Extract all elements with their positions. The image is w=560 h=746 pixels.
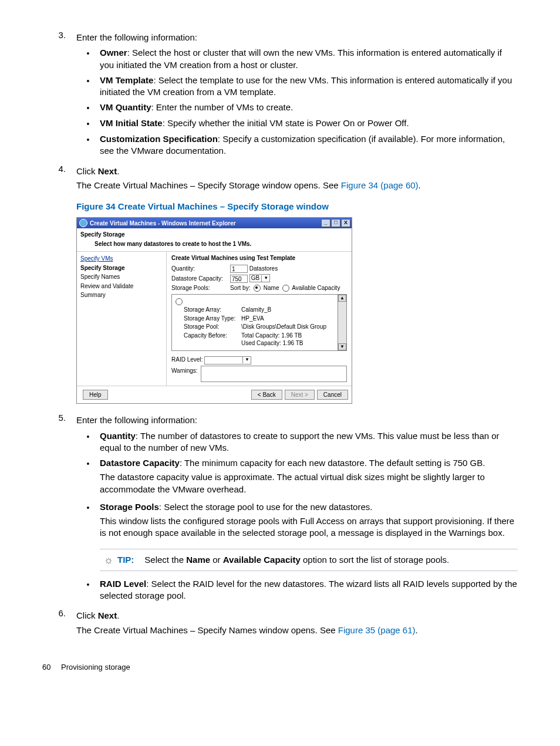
tip-box: ☼ TIP: Select the Name or Available Capa… [100, 549, 518, 571]
minimize-button[interactable]: _ [321, 219, 330, 227]
bullet-raid-level: •RAID Level: Select the RAID level for t… [76, 578, 518, 602]
storage-pool-value: \Disk Groups\Default Disk Group [241, 323, 334, 331]
page-heading: Specify Storage [77, 228, 352, 240]
page-number: 60 [42, 662, 61, 673]
window-title: Create Virtual Machines - Windows Intern… [90, 220, 321, 228]
sort-capacity-radio[interactable] [282, 285, 289, 292]
step-lead: Enter the following information: [76, 32, 518, 43]
bullet-vm-quantity: •VM Quantity: Enter the number of VMs to… [76, 102, 518, 114]
bullet-para2: This window lists the configured storage… [100, 515, 518, 539]
bullet-owner: •Owner: Select the host or cluster that … [76, 47, 518, 71]
bullet-term: VM Template [100, 75, 153, 85]
raid-level-label: RAID Level: [171, 356, 204, 364]
scroll-down-icon[interactable]: ▼ [338, 343, 346, 350]
close-button[interactable]: X [341, 219, 350, 227]
bullet-icon: • [76, 117, 100, 130]
step-number: 4. [42, 163, 76, 410]
bullet-term: Customization Specification [100, 134, 218, 144]
ie-icon [79, 219, 87, 227]
result-text: The Create Virtual Machines – Specify St… [76, 180, 518, 191]
bullet-text: : Select the host or cluster that will o… [100, 48, 502, 69]
capacity-unit-select[interactable]: GB▼ [249, 274, 270, 282]
step-3: 3. Enter the following information: •Own… [42, 29, 518, 161]
help-button[interactable]: Help [83, 390, 108, 400]
bullet-term: RAID Level [100, 579, 146, 589]
sort-name-radio[interactable] [254, 285, 261, 292]
bullet-term: Quantity [100, 431, 136, 441]
bullet-text: : Select the RAID level for the new data… [100, 579, 517, 600]
warnings-label: Warnings: [171, 366, 201, 382]
bullet-icon: • [76, 47, 100, 71]
capacity-label: Datastore Capacity: [171, 275, 230, 283]
step-number: 6. [42, 607, 76, 639]
storage-array-type-value: HP_EVA [241, 315, 334, 323]
figure-link[interactable]: Figure 34 (page 60) [341, 180, 419, 190]
bullet-icon: • [76, 102, 100, 114]
figure-caption: Figure 34 Create Virtual Machines – Spec… [76, 201, 518, 212]
bullet-term: VM Quantity [100, 102, 151, 112]
step-list: 3. Enter the following information: •Own… [42, 29, 518, 639]
step-5: 5. Enter the following information: •Qua… [42, 412, 518, 605]
bullet-datastore-capacity: • Datastore Capacity: The minimum capaci… [76, 457, 518, 498]
form-panel: Create Virtual Machines using Test Templ… [167, 252, 352, 385]
click-next: Click Next. [76, 610, 518, 622]
step3-bullets: •Owner: Select the host or cluster that … [76, 47, 518, 157]
titlebar: Create Virtual Machines - Windows Intern… [77, 218, 352, 228]
step-4: 4. Click Next. The Create Virtual Machin… [42, 163, 518, 410]
tip-text: Select the Name or Available Capacity op… [144, 554, 449, 566]
bullet-icon: • [76, 501, 100, 542]
figure-link[interactable]: Figure 35 (page 61) [338, 625, 416, 635]
quantity-unit: Datastores [249, 265, 278, 272]
bullet-term: Owner [100, 48, 127, 58]
scroll-up-icon[interactable]: ▲ [338, 295, 346, 302]
tip-icon: ☼ [100, 553, 117, 567]
bullet-icon: • [76, 430, 100, 454]
bullet-icon: • [76, 578, 100, 602]
bullet-vm-template: •VM Template: Select the template to use… [76, 75, 518, 99]
pool-radio[interactable] [176, 298, 183, 305]
storage-array-value: Calamity_B [241, 306, 334, 314]
step5-bullets-2: •RAID Level: Select the RAID level for t… [76, 578, 518, 602]
chevron-down-icon: ▼ [261, 275, 268, 282]
sort-name-label: Name [264, 285, 279, 291]
storage-pools-label: Storage Pools: [171, 284, 230, 292]
tip-label: TIP: [117, 554, 134, 566]
page-footer: 60 Provisioning storage [42, 662, 518, 673]
used-capacity: Used Capacity: 1.96 TB [241, 339, 334, 347]
maximize-button[interactable]: □ [331, 219, 340, 227]
wizard-steps: Specify VMs Specify Storage Specify Name… [77, 252, 167, 385]
scrollbar[interactable]: ▲▼ [338, 295, 346, 350]
quantity-input[interactable]: 1 [230, 265, 248, 273]
step-number: 5. [42, 412, 76, 605]
result-text: The Create Virtual Machines – Specify Na… [76, 625, 518, 636]
section-name: Provisioning storage [61, 662, 130, 673]
back-button[interactable]: < Back [251, 390, 282, 400]
bullet-text: : Select the storage pool to use for the… [159, 502, 373, 512]
bullet-text: : Enter the number of VMs to create. [151, 102, 294, 112]
step-number: 3. [42, 29, 76, 161]
next-button[interactable]: Next > [285, 390, 315, 400]
click-next: Click Next. [76, 166, 518, 177]
page-subheading: Select how many datastores to create to … [77, 240, 352, 252]
raid-level-select[interactable]: ▼ [204, 356, 251, 364]
bullet-icon: • [76, 133, 100, 157]
storage-pool-label: Storage Pool: [176, 323, 241, 331]
capacity-before-label: Capacity Before: [176, 332, 241, 347]
step-specify-vms[interactable]: Specify VMs [80, 254, 163, 264]
step-specify-storage: Specify Storage [80, 264, 163, 273]
total-capacity: Total Capacity: 1.96 TB [241, 332, 334, 340]
bullet-text: : Select the template to use for the new… [100, 75, 512, 97]
quantity-label: Quantity: [171, 265, 230, 273]
bullet-storage-pools: • Storage Pools: Select the storage pool… [76, 501, 518, 542]
bullet-term: Storage Pools [100, 502, 159, 512]
bullet-term: VM Initial State [100, 118, 163, 128]
storage-array-type-label: Storage Array Type: [176, 315, 241, 323]
bullet-icon: • [76, 75, 100, 99]
cancel-button[interactable]: Cancel [317, 390, 348, 400]
form-title: Create Virtual Machines using Test Templ… [171, 254, 347, 262]
step-summary: Summary [80, 291, 163, 300]
capacity-input[interactable]: 750 [230, 275, 248, 283]
bullet-text: : The minimum capacity for each new data… [180, 458, 485, 468]
chevron-down-icon: ▼ [242, 357, 249, 363]
button-row: Help < Back Next > Cancel [77, 386, 352, 404]
